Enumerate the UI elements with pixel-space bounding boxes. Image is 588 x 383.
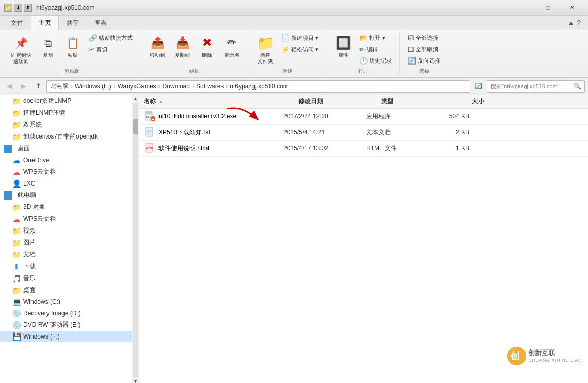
paste-button[interactable]: 📋 粘贴 <box>61 33 85 60</box>
deselect-all-button[interactable]: ☐ 全部取消 <box>405 44 443 55</box>
desktop-folder-icon: 📁 <box>12 286 21 295</box>
header-size[interactable]: 大小 <box>443 97 484 106</box>
sidebar-item-desktop2[interactable]: 📁 桌面 <box>0 284 132 296</box>
file-row-html[interactable]: HTML 软件使用说明.html 2015/4/17 13:02 HTML 文件… <box>139 141 588 157</box>
file-type-exe: 应用程序 <box>366 112 428 121</box>
svg-text:EXE: EXE <box>146 115 152 118</box>
sidebar-item-3d[interactable]: 📁 3D 对象 <box>0 201 132 213</box>
invert-selection-button[interactable]: 🔄 反向选择 <box>405 55 443 66</box>
sidebar-item-wps-cloud[interactable]: ☁ WPS云文档 <box>0 166 132 178</box>
file-date-html: 2015/4/17 13:02 <box>283 145 366 152</box>
ribbon-group-organize: 📤 移动到 📥 复制到 ✖ 删除 ✏ 重命名 组织 <box>141 33 248 75</box>
tab-share[interactable]: 共享 <box>59 16 87 30</box>
ribbon-group-open: 🔲 属性 📂 打开 ▾ ✏ 编辑 🕐 历史记录 <box>327 33 400 75</box>
edit-label: 编辑 <box>367 45 378 53</box>
cut-button[interactable]: ✂ 剪切 <box>86 44 136 55</box>
copy-to-button[interactable]: 📥 复制到 <box>170 33 194 60</box>
refresh-button[interactable]: 🔄 <box>472 80 485 93</box>
header-type[interactable]: 类型 <box>381 97 443 106</box>
sidebar-item-wps-cloud2[interactable]: ☁ WPS云文档 <box>0 213 132 225</box>
music-icon: 🎵 <box>12 274 21 283</box>
sidebar-item-remove-jdk[interactable]: 📁 卸载centos7自带的openjdk <box>0 131 132 143</box>
header-date[interactable]: 修改日期 <box>298 97 381 106</box>
scroll-up-arrow[interactable]: ▲ <box>133 95 139 102</box>
new-folder-button[interactable]: 📁 新建文件夹 <box>253 33 277 67</box>
copy-label: 复制 <box>43 52 53 58</box>
sidebar-item-label: 双系统 <box>23 120 42 129</box>
wps-icon: ☁ <box>12 168 21 176</box>
new-item-button[interactable]: 📄 新建项目 ▾ <box>278 33 322 43</box>
organize-buttons: 📤 移动到 📥 复制到 ✖ 删除 ✏ 重命名 <box>146 33 244 67</box>
edit-button[interactable]: ✏ 编辑 <box>356 44 395 55</box>
properties-button[interactable]: 🔲 属性 <box>331 33 355 60</box>
sidebar-item-this-computer[interactable]: 此电脑 <box>0 189 132 201</box>
up-button[interactable]: ⬆ <box>32 80 44 93</box>
delete-button[interactable]: ✖ 删除 <box>195 33 219 60</box>
sidebar-item-onedrive[interactable]: ☁ OneDrive <box>0 155 132 166</box>
file-size-exe: 504 KB <box>428 113 469 120</box>
tab-home[interactable]: 主页 <box>31 16 59 30</box>
sidebar-item-pictures[interactable]: 📁 图片 <box>0 237 132 249</box>
breadcrumb-bar[interactable]: 此电脑 › Windows (F:) › WanyxGames › Downlo… <box>46 80 470 93</box>
sidebar-item-lxc[interactable]: 👤 LXC <box>0 178 132 189</box>
new-item-icon: 📄 <box>281 34 290 42</box>
copy-button[interactable]: ⧉ 复制 <box>36 33 60 60</box>
breadcrumb-this-computer[interactable]: 此电脑 <box>50 82 69 90</box>
file-row-txt[interactable]: XP510下载须知.txt 2015/5/4 14:21 文本文档 2 KB <box>139 125 588 141</box>
quick-icon-3[interactable]: ⬆ <box>24 4 32 12</box>
help-icon[interactable]: ? <box>577 19 581 27</box>
sidebar-item-downloads[interactable]: ⬇ 下载 <box>0 261 132 272</box>
select-all-button[interactable]: ☑ 全部选择 <box>405 33 443 43</box>
sidebar-item-dvd-drive[interactable]: 💿 DVD RW 驱动器 (E:) <box>0 319 132 331</box>
sidebar-item-label: Windows (C:) <box>23 298 60 305</box>
sidebar-item-dual-system[interactable]: 📁 双系统 <box>0 119 132 131</box>
minimize-button[interactable]: ─ <box>513 0 536 16</box>
paste-shortcut-button[interactable]: 🔗 粘贴快捷方式 <box>86 33 136 43</box>
close-button[interactable]: ✕ <box>560 0 584 16</box>
sidebar-item-video[interactable]: 📁 视频 <box>0 225 132 237</box>
tab-file[interactable]: 文件 <box>3 16 31 30</box>
pin-to-quick-access-button[interactable]: 📌 固定到快速访问 <box>7 33 35 67</box>
breadcrumb-download[interactable]: Download <box>163 83 190 90</box>
move-label: 移动到 <box>150 52 165 58</box>
new-group-label: 新建 <box>282 68 293 75</box>
breadcrumb-softwares[interactable]: Softwares <box>196 83 224 90</box>
quick-icon-1[interactable]: 📁 <box>4 4 12 12</box>
history-label: 历史记录 <box>369 57 392 65</box>
forward-button[interactable]: ▶ <box>18 80 30 93</box>
back-button[interactable]: ◀ <box>3 80 15 93</box>
sidebar-item-docker-lnmp[interactable]: 📁 docker搭建LNMP <box>0 95 132 107</box>
search-bar: 🔍 <box>487 80 585 93</box>
sidebar-item-lnmp-env[interactable]: 📁 搭建LNMP环境 <box>0 107 132 119</box>
header-name[interactable]: 名称 ▲ <box>144 97 298 106</box>
select-all-icon: ☑ <box>408 34 414 42</box>
sidebar-item-recovery-image[interactable]: 💿 Recovery Image (D:) <box>0 308 132 319</box>
move-to-button[interactable]: 📤 移动到 <box>146 33 169 60</box>
search-icon[interactable]: 🔍 <box>573 82 581 90</box>
tab-view[interactable]: 查看 <box>87 16 115 30</box>
deselect-all-icon: ☐ <box>408 45 414 53</box>
scroll-down-arrow[interactable]: ▼ <box>133 378 139 383</box>
sidebar-item-windows-f[interactable]: 💾 Windows (F:) <box>0 331 132 342</box>
properties-label: 属性 <box>338 52 348 58</box>
rename-button[interactable]: ✏ 重命名 <box>220 33 244 60</box>
sidebar-item-label: 卸载centos7自带的openjdk <box>23 132 98 141</box>
sidebar-item-documents[interactable]: 📁 文档 <box>0 249 132 261</box>
maximize-button[interactable]: □ <box>536 0 560 16</box>
search-input[interactable] <box>490 83 571 89</box>
window-title: nt6ypazgj.xp510.com <box>36 4 513 11</box>
sidebar-item-desktop[interactable]: 桌面 <box>0 143 132 155</box>
sidebar-item-music[interactable]: 🎵 音乐 <box>0 272 132 284</box>
breadcrumb-wanyxgames[interactable]: WanyxGames <box>118 83 156 90</box>
open-button[interactable]: 📂 打开 ▾ <box>356 33 395 43</box>
breadcrumb-current: nt6ypazgj.xp510.com <box>230 83 288 90</box>
ribbon-expand-icon[interactable]: ▲ <box>567 19 575 27</box>
breadcrumb-windows-f[interactable]: Windows (F:) <box>75 83 112 90</box>
file-row-exe[interactable]: EXE ▶ nt10+hdd+installer+v3.2.exe 2017/2… <box>139 109 588 125</box>
sidebar-item-label: 桌面 <box>23 286 36 295</box>
sidebar-item-drive-c[interactable]: 💻 Windows (C:) <box>0 296 132 308</box>
sidebar-scrollbar[interactable]: ▲ ▼ <box>132 95 139 383</box>
quick-icon-2[interactable]: ⬇ <box>14 4 22 12</box>
easy-access-button[interactable]: ⚡ 轻松访问 ▾ <box>278 44 322 55</box>
history-button[interactable]: 🕐 历史记录 <box>356 55 395 66</box>
